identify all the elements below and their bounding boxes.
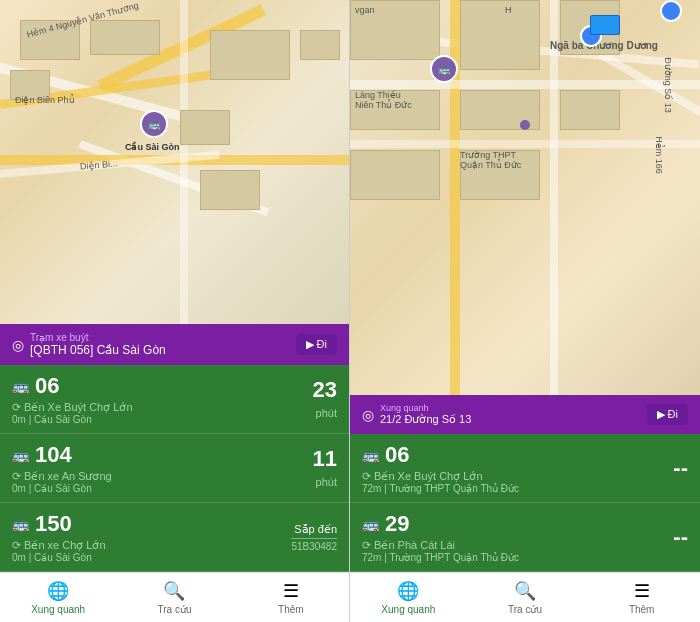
bus-arriving-label: Sắp đến [291,523,337,536]
nav-label-them-right: Thêm [629,604,655,615]
bus-time-r29: -- [673,524,688,550]
bus-time-num-06: 23 [313,377,337,403]
go-button-right[interactable]: ▶ Đi [647,404,688,425]
bus-icon-3: 🚌 [12,516,29,532]
map-label-nien-thu-duc: Niên Thủ Đức [355,100,412,110]
bus-number-r29: 29 [385,511,409,537]
left-stop-header: ◎ Trạm xe buýt [QBTH 056] Cầu Sài Gòn ▶ … [0,324,349,365]
bus-card-06-right: 🚌 06 ⟳ Bến Xe Buýt Chợ Lớn 72m | Trường … [350,434,700,503]
map-label-truong-thpt: Trường THPT [460,150,516,160]
go-button-left[interactable]: ▶ Đi [296,334,337,355]
map-label-nga-ba: Ngã ba Chương Dương [550,40,658,51]
bus-icon-2: 🚌 [12,447,29,463]
bus-number-06: 06 [35,373,59,399]
bus-stop-104: 0m | Cầu Sài Gòn [12,483,112,494]
bus-route-104: ⟳ Bến xe An Sương [12,470,112,483]
map-label-h: H [505,5,512,15]
bus-time-num-r29: -- [673,524,688,550]
globe-icon-left: 🌐 [47,580,69,602]
globe-icon-right: 🌐 [397,580,419,602]
bus-route-06: ⟳ Bến Xe Buýt Chợ Lớn [12,401,133,414]
bus-stop-r29: 72m | Trường THPT Quận Thủ Đức [362,552,519,563]
right-stop-name: 21/2 Đường Số 13 [380,413,471,426]
map-label-duong-so-13: Đường Số 13 [663,57,673,113]
location-icon: ◎ [12,337,24,353]
left-bottom-nav: 🌐 Xung quanh 🔍 Tra cứu ☰ Thêm [0,572,349,622]
nav-xung-quanh-right[interactable]: 🌐 Xung quanh [350,573,467,622]
bus-stop-06: 0m | Cầu Sài Gòn [12,414,133,425]
bus-time-num-104: 11 [313,446,337,472]
nav-label-xung-quanh-left: Xung quanh [31,604,85,615]
bus-time-unit-06: phút [316,407,337,419]
left-map: Hẻm 4 Nguyễn Văn Thương Điện Biên Phủ Di… [0,0,349,324]
map-label-dien-bi: Diện Bi... [80,158,118,171]
bus-icon-r1: 🚌 [362,447,379,463]
map-label-lang-thieu: Làng Thiếu [355,90,401,100]
map-marker-cau-sai-gon: 🚌 [140,110,168,138]
right-stop-prefix: Xung quanh [380,403,471,413]
nav-tra-cuu-right[interactable]: 🔍 Tra cứu [467,573,584,622]
nav-label-tra-cuu-left: Tra cứu [158,604,192,615]
bus-time-06: 23 phút [313,377,337,421]
menu-icon-right: ☰ [634,580,650,602]
nav-them-right[interactable]: ☰ Thêm [583,573,700,622]
nav-label-them-left: Thêm [278,604,304,615]
bus-number-r06: 06 [385,442,409,468]
bus-route-r06: ⟳ Bến Xe Buýt Chợ Lớn [362,470,519,483]
bus-number-104: 104 [35,442,72,468]
bus-time-unit-104: phút [316,476,337,488]
bus-time-num-r06: -- [673,455,688,481]
bus-time-104: 11 phút [313,446,337,490]
nav-label-xung-quanh-right: Xung quanh [381,604,435,615]
map-label-cau-sai-gon: Cầu Sài Gòn [125,142,180,152]
bus-route-150: ⟳ Bến xe Chợ Lớn [12,539,106,552]
bus-card-104-left: 🚌 104 ⟳ Bến xe An Sương 0m | Cầu Sài Gòn… [0,434,349,503]
bus-plate-150: 51B30482 [291,541,337,552]
building-marker [590,15,620,35]
stop-name: [QBTH 056] Cầu Sài Gòn [30,343,166,357]
bus-arriving-150: Sắp đến 51B30482 [291,523,337,552]
bus-card-29-right: 🚌 29 ⟳ Bến Phà Cát Lái 72m | Trường THPT… [350,503,700,572]
search-icon-left: 🔍 [163,580,185,602]
bus-card-06-left: 🚌 06 ⟳ Bến Xe Buýt Chợ Lớn 0m | Cầu Sài … [0,365,349,434]
nav-them-left[interactable]: ☰ Thêm [233,573,349,622]
map-label-hem-166: Hẻm 166 [654,136,664,174]
right-bottom-nav: 🌐 Xung quanh 🔍 Tra cứu ☰ Thêm [350,572,700,622]
right-map: vgan H Ngã ba Chương Dương Làng Thiếu Ni… [350,0,700,395]
bus-card-150-left: 🚌 150 ⟳ Bến xe Chợ Lớn 0m | Cầu Sài Gòn … [0,503,349,572]
bus-number-150: 150 [35,511,72,537]
left-bottom-panel: ◎ Trạm xe buýt [QBTH 056] Cầu Sài Gòn ▶ … [0,324,349,572]
nav-label-tra-cuu-right: Tra cứu [508,604,542,615]
bus-time-r06: -- [673,455,688,481]
map-label-vgan: vgan [355,5,375,15]
nav-xung-quanh-left[interactable]: 🌐 Xung quanh [0,573,116,622]
bus-stop-150: 0m | Cầu Sài Gòn [12,552,106,563]
search-icon-right: 🔍 [514,580,536,602]
bus-icon-1: 🚌 [12,378,29,394]
map-marker-small [520,120,530,130]
map-label-dbp: Điện Biên Phủ [15,95,75,105]
stop-prefix: Trạm xe buýt [30,332,166,343]
map-marker-top-right [660,0,682,22]
right-bottom-panel: ◎ Xung quanh 21/2 Đường Số 13 ▶ Đi 🚌 06 … [350,395,700,572]
right-stop-header: ◎ Xung quanh 21/2 Đường Số 13 ▶ Đi [350,395,700,434]
bus-route-r29: ⟳ Bến Phà Cát Lái [362,539,519,552]
map-marker-lang-thieu: 🚌 [430,55,458,83]
bus-icon-r2: 🚌 [362,516,379,532]
menu-icon-left: ☰ [283,580,299,602]
nav-tra-cuu-left[interactable]: 🔍 Tra cứu [116,573,232,622]
bus-stop-r06: 72m | Trường THPT Quận Thủ Đức [362,483,519,494]
map-label-quan-thu-duc: Quận Thủ Đức [460,160,521,170]
location-icon-right: ◎ [362,407,374,423]
